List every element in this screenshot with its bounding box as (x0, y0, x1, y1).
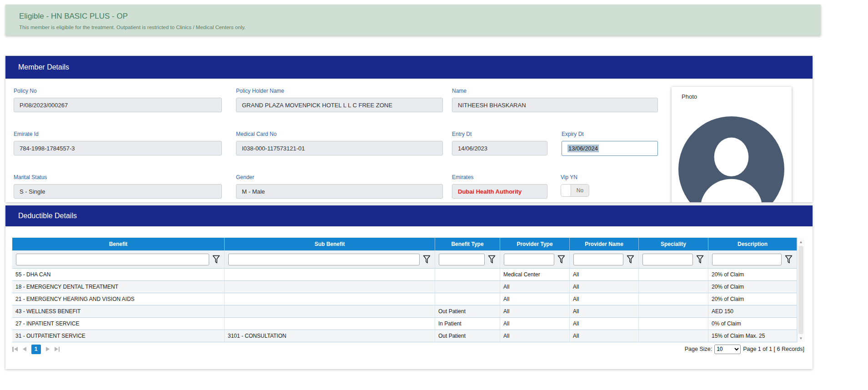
page: Eligible - HN BASIC PLUS - OP This membe… (0, 0, 868, 390)
policy-no-field (14, 98, 222, 112)
expiry-dt-field[interactable]: 13/06/2024 (562, 141, 658, 156)
table-row[interactable]: 43 - WELLNESS BENEFITOut PatientAllAllAE… (12, 305, 797, 318)
prev-page-icon[interactable] (23, 347, 26, 351)
table-cell: Out Patient (435, 305, 500, 318)
filter-cell-sub-benefit (225, 250, 435, 269)
table-cell: 20% of Claim (708, 281, 797, 293)
avatar-icon (678, 116, 784, 202)
table-row[interactable]: 31 - OUTPATIENT SERVICE3101 - CONSULTATI… (12, 330, 797, 342)
scroll-down-icon[interactable]: ▼ (798, 335, 804, 341)
filter-icon[interactable] (623, 255, 637, 264)
col-header-benefit[interactable]: Benefit (12, 238, 225, 250)
col-header-speciality[interactable]: Speciality (639, 238, 708, 250)
table-cell: All (500, 293, 570, 305)
col-header-provider-name[interactable]: Provider Name (570, 238, 639, 250)
col-header-provider-type[interactable]: Provider Type (500, 238, 570, 250)
vip-toggle[interactable]: No (561, 184, 589, 197)
table-cell: Out Patient (435, 330, 500, 342)
entry-dt-field (452, 141, 547, 155)
table-cell (225, 281, 435, 293)
table-header-row: BenefitSub BenefitBenefit TypeProvider T… (12, 238, 797, 250)
table-body: 55 - DHA CANMedical CenterAll20% of Clai… (12, 269, 797, 342)
table-cell: All (570, 281, 639, 293)
filter-icon[interactable] (554, 255, 568, 264)
photo-card: Photo (672, 87, 792, 202)
first-page-icon[interactable] (12, 347, 18, 352)
pagination-bar: 1 Page Size: 10 Page 1 of 1 [ 6 Records] (12, 343, 804, 355)
filter-cell-provider-name (570, 250, 639, 269)
table-cell (639, 269, 708, 281)
table-cell: 18 - EMERGENCY DENTAL TREATMENT (12, 281, 225, 293)
col-header-benefit-type[interactable]: Benefit Type (435, 238, 500, 250)
deductible-details-header: Deductible Details (5, 205, 813, 226)
table-cell (639, 330, 708, 342)
toggle-knob-icon (561, 185, 571, 196)
table-cell (435, 281, 500, 293)
entry-dt-label: Entry Dt (452, 131, 547, 137)
filter-icon[interactable] (485, 255, 498, 264)
filter-input-speciality[interactable] (642, 254, 693, 265)
table-cell: 43 - WELLNESS BENEFIT (12, 305, 225, 318)
page-size-select[interactable]: 10 (714, 345, 741, 354)
col-header-sub-benefit[interactable]: Sub Benefit (225, 238, 435, 250)
filter-cell-speciality (639, 250, 708, 269)
filter-input-provider-type[interactable] (504, 254, 554, 265)
col-header-description[interactable]: Description (708, 238, 797, 250)
filter-input-provider-name[interactable] (573, 254, 623, 265)
table-cell: 21 - EMERGENCY HEARING AND VISION AIDS (12, 293, 225, 305)
deductible-details-panel: Deductible Details BenefitSub BenefitBen… (5, 205, 813, 369)
policy-holder-name-field (236, 98, 443, 112)
filter-icon[interactable] (209, 255, 223, 264)
name-label: Name (452, 88, 658, 94)
table-cell (435, 269, 500, 281)
table-cell: All (570, 330, 639, 342)
table-cell (639, 293, 708, 305)
filter-input-description[interactable] (712, 254, 782, 265)
table-cell: All (500, 318, 570, 330)
filter-icon[interactable] (693, 255, 707, 264)
table-cell: 27 - INPATIENT SERVICE (12, 318, 225, 330)
gender-field (236, 184, 443, 199)
table-cell (225, 318, 435, 330)
last-page-icon[interactable] (55, 347, 60, 352)
table-cell: AED 150 (708, 305, 797, 318)
filter-icon[interactable] (782, 255, 795, 264)
filter-input-sub-benefit[interactable] (228, 254, 420, 265)
table-filter-row (12, 250, 797, 269)
table-cell: All (500, 305, 570, 318)
table-scrollbar[interactable]: ▲ ▼ (797, 238, 804, 342)
eligibility-banner: Eligible - HN BASIC PLUS - OP This membe… (5, 5, 821, 35)
table-cell: 55 - DHA CAN (12, 269, 225, 281)
marital-status-field (14, 184, 222, 199)
eligibility-title: Eligible - HN BASIC PLUS - OP (19, 12, 128, 21)
table-cell: All (570, 293, 639, 305)
table-cell: All (570, 269, 639, 281)
filter-icon[interactable] (420, 255, 433, 264)
table-row[interactable]: 55 - DHA CANMedical CenterAll20% of Clai… (12, 269, 797, 281)
table-row[interactable]: 21 - EMERGENCY HEARING AND VISION AIDSAl… (12, 293, 797, 305)
page-size-label: Page Size: (685, 346, 712, 352)
policy-no-label: Policy No (14, 88, 222, 94)
table-row[interactable]: 18 - EMERGENCY DENTAL TREATMENTAllAll20%… (12, 281, 797, 293)
scroll-up-icon[interactable]: ▲ (798, 239, 804, 245)
table-cell (639, 318, 708, 330)
filter-input-benefit-type[interactable] (439, 254, 485, 265)
filter-cell-description (708, 250, 797, 269)
page-number-button[interactable]: 1 (31, 345, 41, 354)
filter-cell-benefit-type (435, 250, 500, 269)
table-cell: 20% of Claim (708, 269, 797, 281)
table-cell: All (570, 305, 639, 318)
emirate-id-label: Emirate Id (14, 131, 222, 137)
table-cell: All (500, 330, 570, 342)
table-cell: In Patient (435, 318, 500, 330)
filter-cell-benefit (12, 250, 225, 269)
table-cell (435, 293, 500, 305)
table-cell (639, 281, 708, 293)
table-cell: 0% of Claim (708, 318, 797, 330)
next-page-icon[interactable] (46, 347, 50, 351)
expiry-dt-selected-text: 13/06/2024 (567, 145, 599, 152)
scrollbar-thumb[interactable] (798, 246, 803, 334)
vip-yn-label: Vip YN (561, 174, 615, 180)
table-row[interactable]: 27 - INPATIENT SERVICEIn PatientAllAll0%… (12, 318, 797, 330)
filter-input-benefit[interactable] (16, 254, 209, 265)
